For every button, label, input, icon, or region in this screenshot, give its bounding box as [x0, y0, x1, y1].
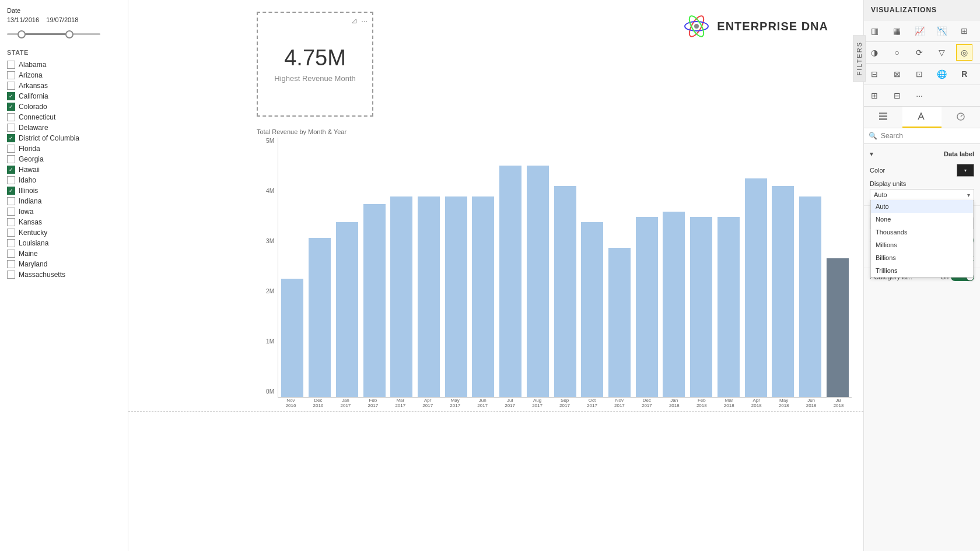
- viz-btn-line[interactable]: 📈: [911, 23, 928, 39]
- viz-btn-treemap[interactable]: ⊡: [911, 66, 928, 82]
- checkbox-connecticut[interactable]: [7, 113, 15, 121]
- state-item-colorado[interactable]: Colorado: [7, 103, 121, 111]
- viz-btn-column[interactable]: ▦: [889, 23, 905, 39]
- checkbox-arkansas[interactable]: [7, 82, 15, 90]
- state-item-kentucky[interactable]: Kentucky: [7, 229, 121, 237]
- bar-group[interactable]: [770, 140, 796, 397]
- bar-group[interactable]: [416, 140, 442, 397]
- viz-btn-r[interactable]: R: [956, 66, 972, 82]
- dropdown-option-auto[interactable]: Auto: [871, 200, 973, 213]
- checkbox-florida[interactable]: [7, 145, 15, 153]
- viz-btn-more2[interactable]: ⊟: [889, 87, 905, 104]
- dropdown-option-billions[interactable]: Billions: [871, 251, 973, 264]
- bar-group[interactable]: [634, 140, 660, 397]
- bar-group[interactable]: [661, 140, 687, 397]
- viz-btn-map[interactable]: 🌐: [934, 66, 950, 82]
- checkbox-maine[interactable]: [7, 250, 15, 258]
- viz-btn-gauge[interactable]: ◎: [956, 44, 972, 61]
- checkbox-georgia[interactable]: [7, 155, 15, 163]
- bar-group[interactable]: [334, 140, 360, 397]
- state-item-illinois[interactable]: Illinois: [7, 187, 121, 195]
- data-label-header[interactable]: ▾ Data label: [870, 148, 974, 160]
- state-item-connecticut[interactable]: Connecticut: [7, 113, 121, 121]
- checkbox-hawaii[interactable]: [7, 166, 15, 174]
- checkbox-colorado[interactable]: [7, 103, 15, 111]
- viz-btn-area[interactable]: 📉: [934, 23, 950, 39]
- viz-btn-scatter[interactable]: ⊞: [956, 23, 972, 39]
- bar-group[interactable]: [388, 140, 415, 397]
- search-input[interactable]: [881, 132, 975, 140]
- dropdown-option-thousands[interactable]: Thousands: [871, 226, 973, 238]
- checkbox-iowa[interactable]: [7, 208, 15, 216]
- bar-group[interactable]: [307, 140, 333, 397]
- state-item-iowa[interactable]: Iowa: [7, 208, 121, 216]
- dropdown-option-trillions[interactable]: Trillions: [871, 264, 973, 277]
- checkbox-alabama[interactable]: [7, 61, 15, 69]
- state-item-delaware[interactable]: Delaware: [7, 124, 121, 132]
- state-item-maryland[interactable]: Maryland: [7, 260, 121, 268]
- state-item-arkansas[interactable]: Arkansas: [7, 82, 121, 90]
- bar-group[interactable]: [498, 140, 524, 397]
- state-item-district-of-columbia[interactable]: District of Columbia: [7, 134, 121, 142]
- state-item-maine[interactable]: Maine: [7, 250, 121, 258]
- checkbox-illinois[interactable]: [7, 187, 15, 195]
- fields-tab[interactable]: [864, 107, 902, 128]
- state-item-georgia[interactable]: Georgia: [7, 155, 121, 163]
- viz-btn-table[interactable]: ⊟: [866, 66, 883, 82]
- bar-group[interactable]: [552, 140, 578, 397]
- bar-group[interactable]: [443, 140, 469, 397]
- bar-group[interactable]: [743, 140, 769, 397]
- checkbox-kentucky[interactable]: [7, 229, 15, 237]
- slider-thumb-left[interactable]: [18, 30, 26, 38]
- checkbox-delaware[interactable]: [7, 124, 15, 132]
- state-item-hawaii[interactable]: Hawaii: [7, 166, 121, 174]
- state-item-alabama[interactable]: Alabama: [7, 61, 121, 69]
- state-item-louisiana[interactable]: Louisiana: [7, 239, 121, 247]
- bar-group[interactable]: [797, 140, 824, 397]
- bar-group[interactable]: [607, 140, 633, 397]
- dropdown-selected-value[interactable]: Auto ▾: [870, 189, 974, 200]
- viz-btn-matrix[interactable]: ⊠: [889, 66, 905, 82]
- viz-btn-ribbon[interactable]: ⟳: [911, 44, 928, 61]
- color-swatch[interactable]: ▾: [957, 164, 974, 177]
- date-slider[interactable]: [7, 28, 121, 40]
- bar-group[interactable]: [279, 140, 306, 397]
- state-item-kansas[interactable]: Kansas: [7, 218, 121, 226]
- bar-group[interactable]: [716, 140, 742, 397]
- filter-icon[interactable]: ⊿: [351, 16, 358, 25]
- bar-group[interactable]: [361, 140, 387, 397]
- checkbox-louisiana[interactable]: [7, 239, 15, 247]
- state-item-indiana[interactable]: Indiana: [7, 197, 121, 205]
- state-item-arizona[interactable]: Arizona: [7, 71, 121, 79]
- bar-group[interactable]: [470, 140, 496, 397]
- checkbox-arizona[interactable]: [7, 71, 15, 79]
- checkbox-kansas[interactable]: [7, 218, 15, 226]
- dropdown-option-millions[interactable]: Millions: [871, 238, 973, 251]
- viz-btn-more1[interactable]: ⊞: [866, 87, 883, 104]
- checkbox-california[interactable]: [7, 92, 15, 100]
- state-item-idaho[interactable]: Idaho: [7, 176, 121, 184]
- checkbox-indiana[interactable]: [7, 197, 15, 205]
- checkbox-district-of-columbia[interactable]: [7, 134, 15, 142]
- checkbox-maryland[interactable]: [7, 260, 15, 268]
- bar-group[interactable]: [524, 140, 551, 397]
- display-units-dropdown[interactable]: Auto ▾ AutoNoneThousandsMillionsBillions…: [870, 189, 974, 201]
- checkbox-idaho[interactable]: [7, 176, 15, 184]
- format-tab[interactable]: [902, 107, 941, 128]
- bar-group[interactable]: [688, 140, 715, 397]
- dropdown-option-none[interactable]: None: [871, 213, 973, 226]
- more-icon[interactable]: ···: [361, 16, 368, 25]
- analytics-tab[interactable]: [942, 107, 980, 128]
- state-item-florida[interactable]: Florida: [7, 145, 121, 153]
- viz-btn-funnel[interactable]: ▽: [934, 44, 950, 61]
- viz-btn-donut[interactable]: ○: [889, 44, 905, 61]
- checkbox-massachusetts[interactable]: [7, 271, 15, 279]
- kpi-card[interactable]: ⊿ ··· 4.75M Highest Revenue Month: [257, 12, 373, 117]
- viz-btn-more3[interactable]: ···: [911, 87, 928, 104]
- viz-btn-pie[interactable]: ◑: [866, 44, 883, 61]
- filters-tab[interactable]: FILTERS: [853, 35, 866, 82]
- state-item-massachusetts[interactable]: Massachusetts: [7, 271, 121, 279]
- bar-group[interactable]: [824, 140, 850, 397]
- bar-group[interactable]: [579, 140, 606, 397]
- state-item-california[interactable]: California: [7, 92, 121, 100]
